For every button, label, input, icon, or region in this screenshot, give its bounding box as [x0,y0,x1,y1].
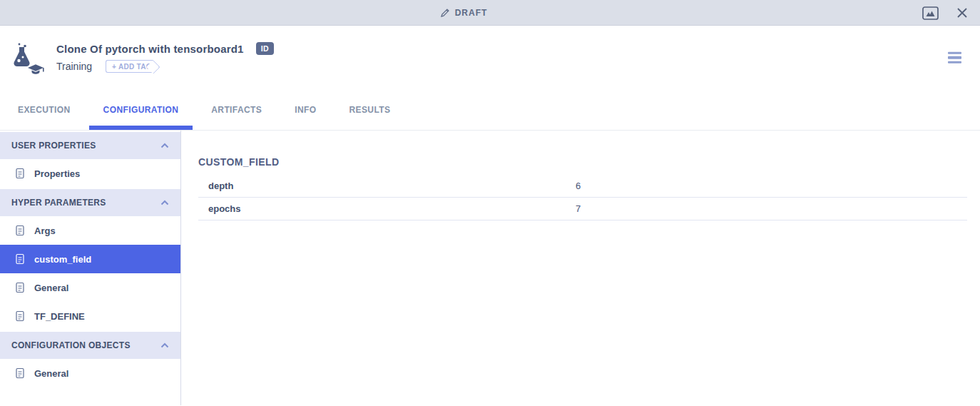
document-icon [14,310,26,322]
sidebar-item-label: TF_DEFINE [34,311,85,322]
section-hyper-parameters[interactable]: HYPER PARAMETERS [0,189,180,216]
experiment-title: Clone Of pytorch with tensorboard1 [56,43,244,55]
training-task-logo [10,41,44,74]
parameters-panel: CUSTOM_FIELD depth 6 epochs 7 [181,131,980,405]
document-icon [14,253,26,265]
hamburger-menu-icon [948,51,961,54]
sidebar-item-general-config[interactable]: General [0,359,180,387]
sidebar-item-tf-define[interactable]: TF_DEFINE [0,302,180,330]
param-value: 6 [576,181,581,191]
section-title: HYPER PARAMETERS [11,198,106,208]
sidebar-item-label: Properties [34,168,80,179]
tab-execution[interactable]: EXECUTION [4,89,85,130]
top-bar-actions [922,0,969,26]
subtitle-row: Training + ADD TAG [56,60,274,73]
pencil-icon [440,8,450,18]
chevron-up-icon [160,342,169,348]
tab-configuration[interactable]: CONFIGURATION [89,89,193,130]
param-key: depth [208,181,576,191]
tab-bar: EXECUTION CONFIGURATION ARTIFACTS INFO R… [0,89,980,131]
tab-artifacts[interactable]: ARTIFACTS [197,89,276,130]
document-icon [14,225,26,236]
add-tag-label: + ADD TAG [112,63,152,71]
configuration-sidebar: USER PROPERTIES Properties HYPER PARAMET… [0,131,181,405]
section-configuration-objects[interactable]: CONFIGURATION OBJECTS [0,332,180,359]
sidebar-item-label: custom_field [34,254,91,265]
param-key: epochs [208,203,576,214]
table-row: epochs 7 [198,198,967,220]
sidebar-item-label: General [34,368,68,379]
experiment-header: Clone Of pytorch with tensorboard1 ID Tr… [0,26,980,89]
tab-info[interactable]: INFO [280,89,330,130]
section-user-properties[interactable]: USER PROPERTIES [0,132,180,159]
configuration-content: USER PROPERTIES Properties HYPER PARAMET… [0,131,980,405]
section-title: USER PROPERTIES [11,141,96,151]
sidebar-item-label: Args [34,225,56,236]
plots-image-button[interactable] [922,6,939,20]
status-label: DRAFT [455,8,488,18]
id-badge[interactable]: ID [256,42,275,55]
document-icon [14,282,26,293]
document-icon [14,168,26,179]
sidebar-item-properties[interactable]: Properties [0,159,180,188]
table-row: depth 6 [198,175,967,198]
chevron-up-icon [160,200,169,205]
tab-results[interactable]: RESULTS [335,89,404,130]
plots-image-icon [922,6,939,20]
close-button[interactable] [956,6,969,19]
section-title: CONFIGURATION OBJECTS [11,340,131,350]
close-icon [956,6,969,19]
chevron-up-icon [160,143,169,148]
sidebar-item-custom-field[interactable]: custom_field [0,245,180,273]
flask-and-graduation-cap-icon [10,41,44,74]
status-chip: DRAFT [440,8,488,18]
experiment-panel: DRAFT [0,0,980,406]
experiment-status: Training [56,61,92,72]
header-text: Clone Of pytorch with tensorboard1 ID Tr… [56,42,274,73]
document-icon [14,367,26,379]
top-bar: DRAFT [0,0,980,26]
param-value: 7 [576,203,581,214]
header-menu-button[interactable] [948,49,961,66]
sidebar-item-general-hyper[interactable]: General [0,273,180,302]
parameters-table: depth 6 epochs 7 [198,175,967,220]
add-tag-button[interactable]: + ADD TAG [106,60,153,73]
parameters-section-title: CUSTOM_FIELD [198,156,967,168]
sidebar-item-label: General [34,283,68,293]
sidebar-item-args[interactable]: Args [0,216,180,245]
title-row: Clone Of pytorch with tensorboard1 ID [56,42,274,55]
